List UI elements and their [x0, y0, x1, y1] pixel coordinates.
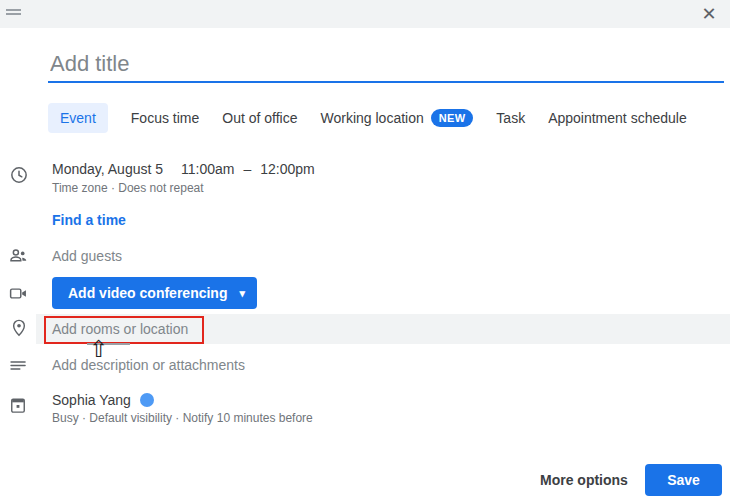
calendar-icon — [8, 395, 28, 415]
find-a-time-link[interactable]: Find a time — [52, 212, 126, 228]
tab-task[interactable]: Task — [496, 103, 525, 133]
more-options-button[interactable]: More options — [524, 464, 644, 496]
tab-task-label: Task — [496, 110, 525, 126]
calendar-color-dot — [140, 393, 154, 407]
tab-appointment-schedule[interactable]: Appointment schedule — [548, 103, 687, 133]
event-title-input[interactable] — [48, 47, 724, 83]
chevron-down-icon: ▾ — [239, 288, 245, 299]
tab-working-location-label: Working location — [321, 110, 424, 126]
event-date[interactable]: Monday, August 5 — [52, 161, 163, 177]
add-rooms-or-location-field[interactable]: Add rooms or location — [52, 321, 188, 337]
add-video-conferencing-button[interactable]: Add video conferencing ▾ — [52, 277, 257, 309]
event-start-time[interactable]: 11:00am — [181, 161, 234, 177]
event-creation-dialog: ✕ Event Focus time Out of office Working… — [0, 0, 730, 500]
description-icon — [8, 355, 28, 375]
tab-out-of-office[interactable]: Out of office — [222, 103, 297, 133]
location-placeholder-prefix: Add — [52, 321, 81, 337]
event-type-tabs: Event Focus time Out of office Working l… — [48, 102, 687, 134]
guests-icon — [8, 245, 28, 265]
close-icon[interactable]: ✕ — [696, 1, 722, 27]
drag-handle-icon[interactable] — [6, 9, 21, 16]
new-badge: NEW — [431, 109, 474, 127]
calendar-owner-name: Sophia Yang — [52, 392, 131, 408]
video-camera-icon — [8, 283, 28, 303]
event-time-row: Monday, August 511:00am–12:00pm — [52, 161, 315, 177]
add-video-conferencing-label: Add video conferencing — [68, 285, 227, 301]
tab-appointment-schedule-label: Appointment schedule — [548, 110, 687, 126]
location-placeholder-highlighted-word: rooms — [81, 321, 120, 337]
tab-event-label: Event — [60, 110, 96, 126]
tab-working-location[interactable]: Working location NEW — [321, 102, 474, 134]
calendar-settings-summary[interactable]: Busy · Default visibility · Notify 10 mi… — [52, 411, 313, 425]
tab-out-of-office-label: Out of office — [222, 110, 297, 126]
location-placeholder-suffix: or location — [120, 321, 188, 337]
event-end-time[interactable]: 12:00pm — [260, 161, 314, 177]
timezone-repeat-summary[interactable]: Time zone · Does not repeat — [52, 181, 204, 195]
add-description-field[interactable]: Add description or attachments — [52, 357, 245, 373]
location-pin-icon — [9, 318, 29, 338]
clock-icon — [9, 165, 29, 185]
tab-focus-time-label: Focus time — [131, 110, 199, 126]
calendar-owner-row[interactable]: Sophia Yang — [52, 392, 154, 408]
tab-event[interactable]: Event — [48, 103, 108, 133]
time-range-dash: – — [244, 161, 252, 177]
dialog-titlebar: ✕ — [0, 0, 730, 28]
tab-focus-time[interactable]: Focus time — [131, 103, 199, 133]
add-guests-field[interactable]: Add guests — [52, 248, 122, 264]
save-button[interactable]: Save — [645, 464, 722, 496]
